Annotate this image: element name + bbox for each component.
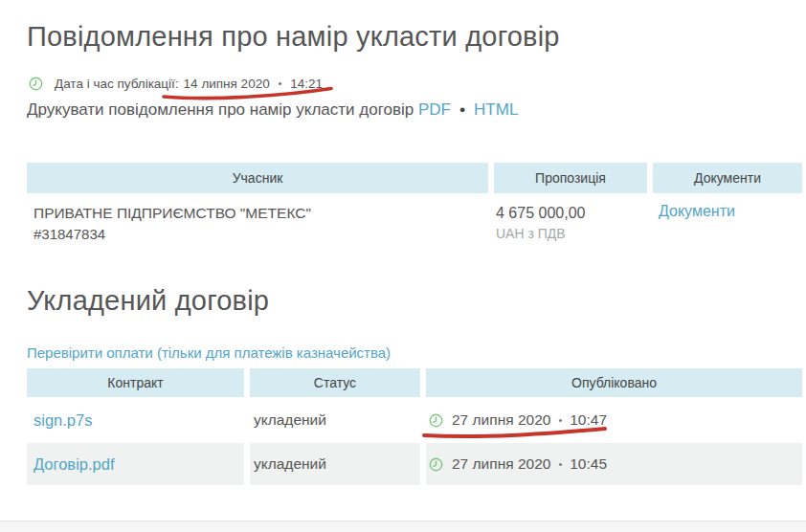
published-date: 27 липня 2020	[452, 411, 550, 429]
column-header-participant: Учасник	[27, 163, 488, 193]
column-header-proposal: Пропозиція	[494, 163, 647, 193]
contract-status-cell: укладений	[250, 443, 420, 485]
documents-link[interactable]: Документи	[659, 203, 735, 220]
publication-label: Дата і час публікації:	[55, 77, 179, 91]
contract-file-link[interactable]: Договір.pdf	[34, 455, 115, 474]
column-header-status: Статус	[250, 368, 420, 397]
column-header-documents: Документи	[653, 163, 802, 193]
contract-status-cell: укладений	[250, 399, 420, 441]
contract-published-cell: 27 липня 2020 • 10:47	[426, 399, 802, 441]
clock-icon	[429, 457, 443, 472]
published-time: 10:47	[570, 411, 607, 429]
contract-file-link[interactable]: sign.p7s	[34, 411, 92, 430]
proposal-cell: 4 675 000,00 UAH з ПДВ	[494, 195, 647, 251]
contract-status: укладений	[254, 455, 326, 473]
published-time: 10:45	[570, 455, 607, 473]
print-notice-text: Друкувати повідомлення про намір укласти…	[27, 100, 414, 119]
dot-separator: •	[558, 414, 562, 426]
print-notice-line: Друкувати повідомлення про намір укласти…	[27, 100, 518, 120]
pdf-link[interactable]: PDF	[418, 100, 451, 119]
participant-code: #31847834	[34, 224, 311, 245]
dot-separator: •	[279, 78, 282, 89]
participants-table: Учасник Пропозиція Документи ПРИВАТНЕ ПІ…	[27, 163, 802, 251]
proposal-amount: 4 675 000,00	[496, 203, 585, 224]
contract-published-cell: 27 липня 2020 • 10:45	[426, 443, 802, 485]
published-date: 27 липня 2020	[452, 455, 550, 473]
column-header-published: Опубліковано	[426, 368, 802, 397]
documents-cell: Документи	[653, 195, 802, 251]
participant-cell: ПРИВАТНЕ ПІДПРИЄМСТВО "МЕТЕКС" #31847834	[27, 195, 488, 251]
column-header-contract: Контракт	[27, 368, 244, 397]
participant-name: ПРИВАТНЕ ПІДПРИЄМСТВО "МЕТЕКС"	[34, 203, 311, 224]
publication-time: 14:21	[290, 77, 323, 91]
html-link[interactable]: HTML	[474, 100, 518, 119]
contract-status: укладений	[254, 411, 326, 429]
procurement-page: Повідомлення про намір укласти договір Д…	[0, 0, 806, 532]
proposal-currency: UAH з ПДВ	[496, 224, 585, 243]
publication-datetime: Дата і час публікації: 14 липня 2020 • 1…	[29, 77, 323, 91]
footer-bar	[0, 521, 806, 532]
dot-separator: •	[558, 458, 562, 470]
clock-icon	[429, 413, 443, 428]
contracts-table: Контракт Статус Опубліковано sign.p7s ук…	[27, 368, 802, 485]
contract-file-cell: sign.p7s	[27, 399, 244, 441]
bullet-separator: ●	[459, 103, 466, 115]
check-payments-link[interactable]: Перевірити оплати (тільки для платежів к…	[27, 344, 391, 361]
clock-icon	[29, 77, 43, 91]
page-title: Повідомлення про намір укласти договір	[27, 21, 560, 53]
contract-section-title: Укладений договір	[27, 285, 269, 317]
contract-file-cell: Договір.pdf	[27, 443, 244, 485]
publication-date: 14 липня 2020	[184, 77, 270, 91]
